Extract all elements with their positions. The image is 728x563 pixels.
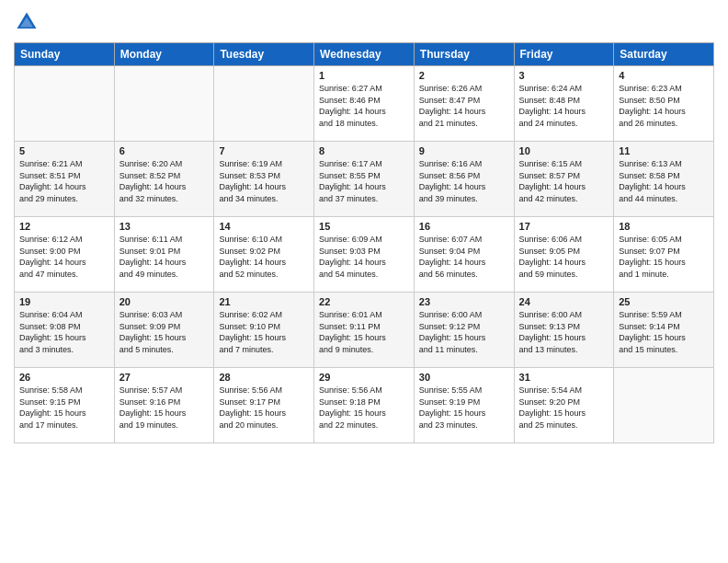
calendar-cell: 15Sunrise: 6:09 AM Sunset: 9:03 PM Dayli… xyxy=(314,217,415,293)
day-info: Sunrise: 6:26 AM Sunset: 8:47 PM Dayligh… xyxy=(419,83,509,129)
day-of-week-header: Saturday xyxy=(614,43,714,66)
day-number: 26 xyxy=(19,372,109,383)
day-info: Sunrise: 6:12 AM Sunset: 9:00 PM Dayligh… xyxy=(19,234,109,280)
calendar-cell: 30Sunrise: 5:55 AM Sunset: 9:19 PM Dayli… xyxy=(414,368,514,443)
day-number: 21 xyxy=(219,296,309,307)
day-number: 7 xyxy=(219,145,309,156)
calendar-cell: 21Sunrise: 6:02 AM Sunset: 9:10 PM Dayli… xyxy=(214,293,314,368)
day-info: Sunrise: 6:07 AM Sunset: 9:04 PM Dayligh… xyxy=(419,234,509,280)
day-info: Sunrise: 6:03 AM Sunset: 9:09 PM Dayligh… xyxy=(119,309,210,355)
day-info: Sunrise: 5:55 AM Sunset: 9:19 PM Dayligh… xyxy=(419,385,509,431)
logo-icon xyxy=(14,9,40,35)
day-number: 19 xyxy=(19,296,109,307)
day-number: 11 xyxy=(619,145,709,156)
calendar-cell: 1Sunrise: 6:27 AM Sunset: 8:46 PM Daylig… xyxy=(314,66,415,142)
calendar-week-row: 12Sunrise: 6:12 AM Sunset: 9:00 PM Dayli… xyxy=(15,217,714,293)
calendar-cell: 2Sunrise: 6:26 AM Sunset: 8:47 PM Daylig… xyxy=(414,66,514,142)
day-number: 24 xyxy=(519,296,609,307)
day-of-week-header: Tuesday xyxy=(214,43,314,66)
day-info: Sunrise: 6:19 AM Sunset: 8:53 PM Dayligh… xyxy=(219,158,309,204)
calendar-week-row: 1Sunrise: 6:27 AM Sunset: 8:46 PM Daylig… xyxy=(15,66,714,142)
calendar-week-row: 19Sunrise: 6:04 AM Sunset: 9:08 PM Dayli… xyxy=(15,293,714,368)
calendar-cell: 22Sunrise: 6:01 AM Sunset: 9:11 PM Dayli… xyxy=(314,293,415,368)
day-number: 23 xyxy=(419,296,509,307)
day-info: Sunrise: 5:56 AM Sunset: 9:18 PM Dayligh… xyxy=(319,385,409,431)
day-info: Sunrise: 6:16 AM Sunset: 8:56 PM Dayligh… xyxy=(419,158,509,204)
header-row: SundayMondayTuesdayWednesdayThursdayFrid… xyxy=(15,43,714,66)
day-info: Sunrise: 6:00 AM Sunset: 9:13 PM Dayligh… xyxy=(519,309,609,355)
day-of-week-header: Monday xyxy=(114,43,214,66)
day-number: 12 xyxy=(19,221,109,232)
day-info: Sunrise: 6:23 AM Sunset: 8:50 PM Dayligh… xyxy=(619,83,709,129)
calendar-cell: 13Sunrise: 6:11 AM Sunset: 9:01 PM Dayli… xyxy=(114,217,214,293)
day-number: 6 xyxy=(119,145,210,156)
calendar-cell: 29Sunrise: 5:56 AM Sunset: 9:18 PM Dayli… xyxy=(314,368,415,443)
logo xyxy=(14,9,43,35)
calendar-cell: 17Sunrise: 6:06 AM Sunset: 9:05 PM Dayli… xyxy=(514,217,614,293)
calendar-cell: 14Sunrise: 6:10 AM Sunset: 9:02 PM Dayli… xyxy=(214,217,314,293)
calendar-week-row: 5Sunrise: 6:21 AM Sunset: 8:51 PM Daylig… xyxy=(15,142,714,217)
day-info: Sunrise: 6:15 AM Sunset: 8:57 PM Dayligh… xyxy=(519,158,609,204)
day-number: 22 xyxy=(319,296,409,307)
day-of-week-header: Friday xyxy=(514,43,614,66)
calendar-cell: 26Sunrise: 5:58 AM Sunset: 9:15 PM Dayli… xyxy=(15,368,115,443)
day-info: Sunrise: 5:57 AM Sunset: 9:16 PM Dayligh… xyxy=(119,385,210,431)
day-info: Sunrise: 6:02 AM Sunset: 9:10 PM Dayligh… xyxy=(219,309,309,355)
day-info: Sunrise: 6:04 AM Sunset: 9:08 PM Dayligh… xyxy=(19,309,109,355)
calendar-cell: 28Sunrise: 5:56 AM Sunset: 9:17 PM Dayli… xyxy=(214,368,314,443)
day-info: Sunrise: 6:27 AM Sunset: 8:46 PM Dayligh… xyxy=(319,83,409,129)
calendar-cell: 6Sunrise: 6:20 AM Sunset: 8:52 PM Daylig… xyxy=(114,142,214,217)
calendar-cell: 24Sunrise: 6:00 AM Sunset: 9:13 PM Dayli… xyxy=(514,293,614,368)
calendar-cell: 19Sunrise: 6:04 AM Sunset: 9:08 PM Dayli… xyxy=(15,293,115,368)
day-info: Sunrise: 5:59 AM Sunset: 9:14 PM Dayligh… xyxy=(619,309,709,355)
day-number: 15 xyxy=(319,221,409,232)
day-number: 1 xyxy=(319,70,409,81)
day-info: Sunrise: 6:00 AM Sunset: 9:12 PM Dayligh… xyxy=(419,309,509,355)
calendar-cell xyxy=(614,368,714,443)
calendar-table: SundayMondayTuesdayWednesdayThursdayFrid… xyxy=(14,42,714,443)
day-info: Sunrise: 6:20 AM Sunset: 8:52 PM Dayligh… xyxy=(119,158,210,204)
day-info: Sunrise: 5:58 AM Sunset: 9:15 PM Dayligh… xyxy=(19,385,109,431)
day-info: Sunrise: 6:11 AM Sunset: 9:01 PM Dayligh… xyxy=(119,234,210,280)
day-of-week-header: Thursday xyxy=(414,43,514,66)
day-info: Sunrise: 6:10 AM Sunset: 9:02 PM Dayligh… xyxy=(219,234,309,280)
calendar-cell: 27Sunrise: 5:57 AM Sunset: 9:16 PM Dayli… xyxy=(114,368,214,443)
day-number: 5 xyxy=(19,145,109,156)
calendar-cell: 9Sunrise: 6:16 AM Sunset: 8:56 PM Daylig… xyxy=(414,142,514,217)
day-number: 9 xyxy=(419,145,509,156)
day-number: 14 xyxy=(219,221,309,232)
day-info: Sunrise: 6:21 AM Sunset: 8:51 PM Dayligh… xyxy=(19,158,109,204)
day-info: Sunrise: 5:54 AM Sunset: 9:20 PM Dayligh… xyxy=(519,385,609,431)
calendar-week-row: 26Sunrise: 5:58 AM Sunset: 9:15 PM Dayli… xyxy=(15,368,714,443)
day-number: 10 xyxy=(519,145,609,156)
calendar-cell: 31Sunrise: 5:54 AM Sunset: 9:20 PM Dayli… xyxy=(514,368,614,443)
day-number: 17 xyxy=(519,221,609,232)
calendar-header: SundayMondayTuesdayWednesdayThursdayFrid… xyxy=(15,43,714,66)
calendar-cell: 3Sunrise: 6:24 AM Sunset: 8:48 PM Daylig… xyxy=(514,66,614,142)
calendar-body: 1Sunrise: 6:27 AM Sunset: 8:46 PM Daylig… xyxy=(15,66,714,443)
day-info: Sunrise: 6:05 AM Sunset: 9:07 PM Dayligh… xyxy=(619,234,709,280)
calendar-cell: 23Sunrise: 6:00 AM Sunset: 9:12 PM Dayli… xyxy=(414,293,514,368)
day-number: 25 xyxy=(619,296,709,307)
day-info: Sunrise: 6:24 AM Sunset: 8:48 PM Dayligh… xyxy=(519,83,609,129)
calendar-cell: 5Sunrise: 6:21 AM Sunset: 8:51 PM Daylig… xyxy=(15,142,115,217)
day-of-week-header: Sunday xyxy=(15,43,115,66)
day-info: Sunrise: 6:13 AM Sunset: 8:58 PM Dayligh… xyxy=(619,158,709,204)
day-info: Sunrise: 6:17 AM Sunset: 8:55 PM Dayligh… xyxy=(319,158,409,204)
day-info: Sunrise: 6:06 AM Sunset: 9:05 PM Dayligh… xyxy=(519,234,609,280)
day-number: 27 xyxy=(119,372,210,383)
calendar-cell: 10Sunrise: 6:15 AM Sunset: 8:57 PM Dayli… xyxy=(514,142,614,217)
calendar-cell: 25Sunrise: 5:59 AM Sunset: 9:14 PM Dayli… xyxy=(614,293,714,368)
calendar-cell xyxy=(114,66,214,142)
day-info: Sunrise: 6:09 AM Sunset: 9:03 PM Dayligh… xyxy=(319,234,409,280)
day-number: 20 xyxy=(119,296,210,307)
calendar-cell: 12Sunrise: 6:12 AM Sunset: 9:00 PM Dayli… xyxy=(15,217,115,293)
calendar-cell: 18Sunrise: 6:05 AM Sunset: 9:07 PM Dayli… xyxy=(614,217,714,293)
header xyxy=(14,9,714,35)
day-number: 16 xyxy=(419,221,509,232)
calendar-cell xyxy=(214,66,314,142)
day-number: 4 xyxy=(619,70,709,81)
calendar-cell: 7Sunrise: 6:19 AM Sunset: 8:53 PM Daylig… xyxy=(214,142,314,217)
calendar-cell xyxy=(15,66,115,142)
day-number: 3 xyxy=(519,70,609,81)
